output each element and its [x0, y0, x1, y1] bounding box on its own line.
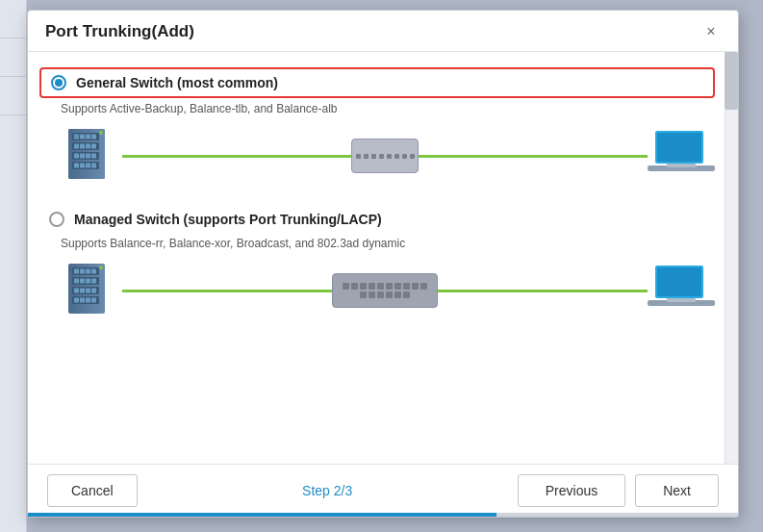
svg-rect-16 — [86, 154, 90, 159]
svg-rect-10 — [80, 144, 85, 149]
svg-rect-27 — [667, 164, 696, 167]
laptop-icon-2 — [648, 262, 715, 319]
svg-point-23 — [99, 131, 103, 135]
svg-rect-40 — [74, 289, 79, 293]
svg-rect-21 — [86, 164, 90, 168]
svg-rect-51 — [657, 267, 701, 296]
svg-rect-45 — [74, 298, 79, 303]
nas-server-icon-1 — [61, 125, 122, 187]
svg-rect-20 — [80, 164, 85, 168]
line-1-general — [122, 155, 351, 158]
svg-rect-41 — [80, 289, 85, 293]
progress-bar-fill — [28, 513, 496, 517]
dialog-title-bar: Port Trunking(Add) × — [28, 11, 738, 52]
svg-rect-30 — [74, 269, 79, 274]
svg-rect-53 — [667, 298, 696, 302]
option-general-header[interactable]: General Switch (most common) — [39, 67, 715, 98]
left-sidebar — [0, 0, 27, 532]
svg-rect-5 — [80, 135, 85, 139]
svg-rect-6 — [86, 135, 90, 139]
svg-rect-25 — [657, 133, 701, 162]
svg-rect-38 — [91, 279, 96, 284]
sidebar-item-2 — [0, 38, 26, 77]
sidebar-item-1 — [0, 0, 26, 38]
line-2-managed — [438, 290, 648, 292]
option-managed-label: Managed Switch (supports Port Trunking/L… — [74, 212, 382, 227]
cancel-button[interactable]: Cancel — [47, 474, 138, 507]
svg-rect-11 — [86, 144, 90, 149]
option-managed-switch: Managed Switch (supports Port Trunking/L… — [51, 206, 715, 321]
svg-rect-36 — [80, 279, 85, 284]
svg-rect-31 — [80, 269, 85, 274]
line-2-general — [419, 155, 648, 158]
diagram-managed — [61, 260, 715, 321]
dialog-footer: Cancel Step 2/3 Previous Next — [28, 464, 738, 517]
svg-rect-12 — [91, 144, 96, 149]
option-general-label: General Switch (most common) — [76, 75, 278, 90]
radio-general[interactable] — [51, 75, 66, 90]
svg-rect-32 — [86, 269, 90, 274]
progress-bar-container — [28, 513, 738, 517]
scrollbar-thumb[interactable] — [725, 52, 738, 110]
step-indicator: Step 2/3 — [147, 483, 508, 498]
dialog-title: Port Trunking(Add) — [45, 22, 194, 41]
laptop-icon-1 — [648, 127, 715, 185]
switch-general-icon — [351, 139, 419, 173]
radio-managed[interactable] — [49, 212, 64, 227]
svg-point-49 — [99, 266, 103, 269]
svg-rect-42 — [86, 289, 90, 293]
svg-rect-9 — [74, 144, 79, 149]
svg-rect-15 — [80, 154, 85, 159]
option-general-desc: Supports Active-Backup, Balance-tlb, and… — [61, 102, 715, 115]
diagram-general — [61, 125, 715, 187]
previous-button[interactable]: Previous — [518, 474, 625, 507]
svg-rect-7 — [91, 135, 96, 139]
svg-rect-17 — [91, 154, 96, 159]
svg-rect-37 — [86, 279, 90, 284]
line-1-managed — [122, 290, 332, 292]
option-managed-header[interactable]: Managed Switch (supports Port Trunking/L… — [39, 206, 715, 233]
svg-rect-35 — [74, 279, 79, 284]
sidebar-item-3 — [0, 77, 26, 115]
svg-rect-19 — [74, 164, 79, 168]
svg-rect-46 — [80, 298, 85, 303]
svg-rect-33 — [91, 269, 96, 274]
svg-rect-4 — [74, 135, 79, 139]
svg-rect-47 — [86, 298, 90, 303]
option-general-switch: General Switch (most common) Supports Ac… — [51, 67, 715, 187]
nas-server-icon-2 — [61, 260, 122, 321]
svg-rect-48 — [91, 298, 96, 303]
switch-managed-icon — [332, 273, 438, 308]
svg-rect-14 — [74, 154, 79, 159]
port-trunking-dialog: Port Trunking(Add) × General Switch (mos… — [27, 10, 739, 518]
dialog-body: General Switch (most common) Supports Ac… — [28, 52, 738, 464]
scrollbar-track[interactable] — [725, 52, 738, 464]
svg-rect-43 — [91, 289, 96, 293]
option-managed-desc: Supports Balance-rr, Balance-xor, Broadc… — [61, 237, 715, 250]
close-button[interactable]: × — [701, 22, 721, 41]
svg-rect-22 — [91, 164, 96, 168]
next-button[interactable]: Next — [635, 474, 719, 507]
